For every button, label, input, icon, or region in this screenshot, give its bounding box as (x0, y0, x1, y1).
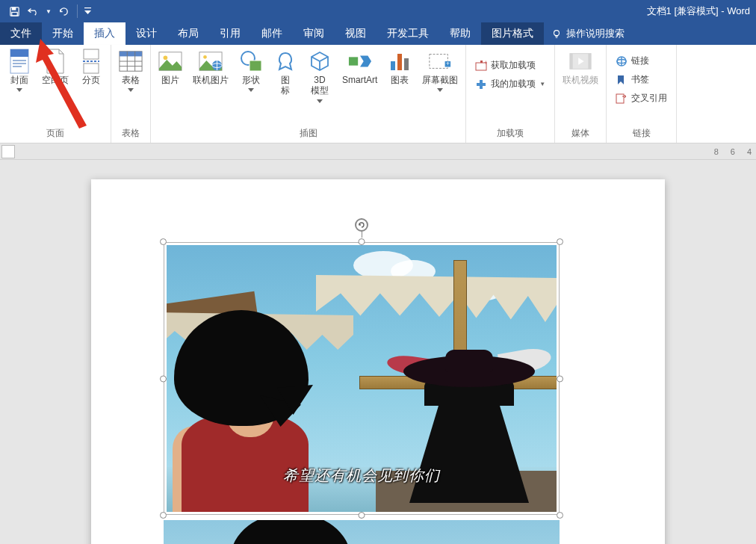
tell-me-label: 操作说明搜索 (566, 27, 625, 40)
resize-handle-b[interactable] (359, 512, 365, 519)
tab-review[interactable]: 审阅 (293, 22, 335, 45)
tab-help[interactable]: 帮助 (439, 22, 481, 45)
rotate-handle[interactable] (355, 218, 368, 232)
page-break-button[interactable]: 分页 (76, 48, 106, 87)
selected-image[interactable]: 希望还有机会见到你们 (164, 242, 560, 515)
tab-layout[interactable]: 布局 (167, 22, 209, 45)
group-addins: + 获取加载项 我的加载项 ▼ 加载项 (466, 45, 555, 143)
svg-rect-39 (589, 54, 592, 69)
svg-rect-43 (616, 94, 624, 103)
ruler-numbers: 8 6 4 (714, 147, 752, 156)
svg-rect-2 (11, 12, 17, 16)
tab-references[interactable]: 引用 (209, 22, 251, 45)
tab-insert[interactable]: 插入 (84, 22, 126, 45)
svg-rect-35 (480, 61, 483, 63)
link-button[interactable]: 链接 (611, 52, 672, 69)
svg-rect-28 (391, 61, 395, 70)
group-links: 链接 书签 交叉引用 链接 (607, 45, 677, 143)
ruler-corner[interactable] (1, 145, 15, 158)
save-button[interactable] (6, 3, 22, 19)
link-icon (616, 55, 628, 67)
crossref-icon (616, 93, 628, 105)
3d-models-icon (308, 49, 332, 73)
smartart-button[interactable]: SmartArt (339, 48, 380, 87)
titlebar: ▼ 文档1 [兼容模式] - Word (0, 0, 756, 22)
resize-handle-tl[interactable] (160, 238, 167, 245)
tab-home[interactable]: 开始 (42, 22, 84, 45)
ribbon: 封面 空白页 分页 页面 表格 表格 (0, 45, 756, 143)
tell-me-search[interactable]: 操作说明搜索 (544, 22, 632, 45)
chart-button[interactable]: 图表 (385, 48, 415, 87)
chevron-down-icon (248, 88, 254, 92)
svg-rect-37 (570, 54, 591, 69)
resize-handle-br[interactable] (557, 512, 563, 519)
undo-dropdown[interactable]: ▼ (45, 3, 52, 19)
bookmark-button[interactable]: 书签 (611, 71, 672, 88)
my-addins-icon (475, 78, 487, 90)
pictures-button[interactable]: 图片 (155, 48, 185, 87)
my-addins-button[interactable]: 我的加载项 ▼ (471, 75, 550, 93)
svg-rect-6 (10, 49, 28, 57)
second-image-fragment[interactable] (164, 520, 560, 544)
blank-page-button[interactable]: 空白页 (39, 48, 72, 87)
resize-handle-l[interactable] (160, 375, 167, 382)
svg-rect-29 (397, 54, 402, 70)
resize-handle-t[interactable] (359, 238, 365, 245)
crossref-button[interactable]: 交叉引用 (611, 90, 672, 107)
shapes-icon (239, 49, 263, 73)
online-video-button: 联机视频 (560, 48, 601, 87)
qat-customize[interactable] (83, 3, 92, 19)
quick-access-toolbar: ▼ (0, 3, 92, 19)
qat-separator (77, 4, 78, 18)
screenshot-icon: + (428, 49, 452, 73)
group-links-label: 链接 (611, 126, 672, 143)
icons-button[interactable]: 图标 (270, 48, 300, 98)
cover-page-button[interactable]: 封面 (4, 48, 34, 93)
tab-file[interactable]: 文件 (0, 22, 42, 45)
resize-handle-tr[interactable] (557, 238, 563, 245)
tab-picture-format[interactable]: 图片格式 (481, 22, 544, 45)
shapes-button[interactable]: 形状 (236, 48, 266, 93)
3d-models-button[interactable]: 3D模型 (305, 48, 335, 105)
redo-button[interactable] (55, 3, 72, 19)
selection-border (164, 242, 560, 515)
ribbon-tabs: 文件 开始 插入 设计 布局 引用 邮件 审阅 视图 开发工具 帮助 图片格式 … (0, 22, 756, 45)
ruler-bar: 8 6 4 (0, 143, 756, 160)
undo-button[interactable] (25, 3, 42, 19)
online-pictures-button[interactable]: 联机图片 (190, 48, 232, 87)
blank-page-icon (43, 49, 67, 73)
tab-developer[interactable]: 开发工具 (377, 22, 439, 45)
table-button[interactable]: 表格 (116, 48, 146, 93)
group-pages-label: 页面 (4, 126, 106, 143)
group-tables-label: 表格 (116, 126, 146, 143)
group-illustrations: 图片 联机图片 形状 图标 3D模型 SmartArt (151, 45, 466, 143)
chevron-down-icon (317, 99, 323, 103)
table-icon (119, 49, 143, 73)
bookmark-icon (616, 74, 628, 86)
chevron-down-icon (128, 88, 134, 92)
svg-rect-27 (349, 57, 358, 65)
3d-models-label: 3D模型 (311, 75, 329, 96)
svg-rect-13 (120, 52, 142, 57)
tab-design[interactable]: 设计 (126, 22, 167, 45)
screenshot-button[interactable]: + 屏幕截图 (419, 48, 461, 93)
svg-rect-8 (13, 63, 26, 64)
resize-handle-r[interactable] (557, 375, 563, 382)
document-area[interactable]: 希望还有机会见到你们 (0, 160, 756, 544)
document-page[interactable]: 希望还有机会见到你们 (91, 179, 665, 544)
svg-point-4 (554, 31, 560, 36)
svg-rect-7 (13, 60, 26, 61)
svg-rect-1 (11, 7, 16, 10)
svg-text:+: + (484, 60, 487, 67)
pictures-icon (158, 49, 182, 73)
online-video-icon (568, 49, 592, 73)
group-media-label: 媒体 (560, 126, 601, 143)
tab-mailings[interactable]: 邮件 (251, 22, 293, 45)
svg-rect-9 (13, 66, 22, 67)
resize-handle-bl[interactable] (160, 512, 167, 519)
page-break-icon (79, 49, 103, 73)
tab-view[interactable]: 视图 (335, 22, 377, 45)
get-addins-button[interactable]: + 获取加载项 (471, 57, 550, 74)
svg-rect-11 (84, 64, 99, 73)
chart-icon (388, 49, 412, 73)
